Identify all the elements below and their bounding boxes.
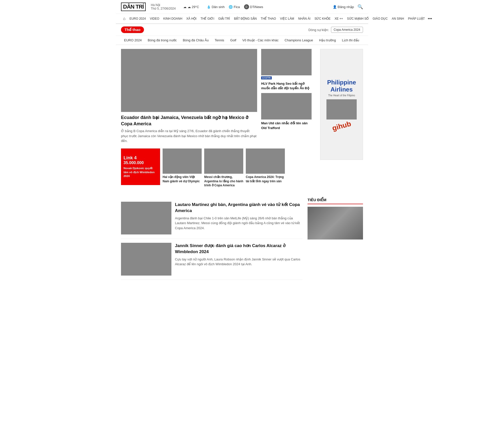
nav-an-sinh[interactable]: AN SINH bbox=[390, 14, 406, 23]
header-weather: ☁ ☁ 29°C bbox=[183, 5, 199, 9]
thumb-messi-title: Messi chấn thương, Argentina lo lắng cho… bbox=[204, 175, 243, 188]
cloud-icon: ☁ bbox=[183, 5, 187, 9]
section-badge: Thể thao bbox=[121, 26, 144, 33]
dtinews-icon: D bbox=[244, 4, 249, 9]
subnav-golf[interactable]: Golf bbox=[227, 36, 239, 45]
subnav-lich-thi-dau[interactable]: Lịch thi đấu bbox=[339, 36, 362, 45]
thumb-item-copa-trongtai[interactable]: Copa America 2024: Trọng tài bắt tỉnh ng… bbox=[246, 148, 285, 188]
subnav-bong-da-chau-au[interactable]: Bóng đá Châu Âu bbox=[180, 36, 212, 45]
featured-section: Ecuador đánh bại Jamaica, Venezuela bất … bbox=[121, 49, 363, 193]
nav-giai-tri[interactable]: GIẢI TRÍ bbox=[216, 14, 232, 23]
home-icon[interactable]: ⌂ bbox=[121, 14, 128, 23]
nav-viec-lam[interactable]: VIỆC LÀM bbox=[278, 14, 296, 23]
dan-sinh-link[interactable]: 💧 Dân sinh bbox=[207, 5, 225, 9]
featured-content: Ecuador đánh bại Jamaica, Venezuela bất … bbox=[121, 49, 316, 193]
featured-main-excerpt: Ở bảng B Copa America diễn ra tại Mỹ sán… bbox=[121, 129, 257, 143]
subnav-vo-thuat[interactable]: Võ thuật - Các môn khác bbox=[239, 36, 282, 45]
sub-nav: EURO 2024 Bóng đá trong nước Bóng đá Châ… bbox=[116, 36, 368, 45]
dantri-badge: DANTRI bbox=[261, 76, 272, 79]
side-article-2-title[interactable]: Man Utd cân nhắc đổi tên sân Old Traffor… bbox=[261, 121, 312, 130]
fica-icon: 🌐 bbox=[229, 5, 233, 9]
featured-main-article: Ecuador đánh bại Jamaica, Venezuela bất … bbox=[121, 49, 257, 143]
dan-sinh-label: Dân sinh bbox=[212, 5, 225, 9]
nav-suc-manh-so[interactable]: SỨC MẠNH SỐ bbox=[345, 14, 371, 23]
dong-su-kien-label: Dòng sự kiện: bbox=[309, 28, 329, 32]
header: DÂN TRÍ Hà Nội Thứ 5, 27/06/2024 ☁ ☁ 29°… bbox=[116, 0, 368, 14]
side-article-1-title[interactable]: HLV Park Hang Seo bất ngờ muốn dẫn dắt đ… bbox=[261, 81, 312, 91]
thumb-item-link4[interactable]: Link 4 35.000.000 Novak Djokovic quyết t… bbox=[121, 148, 160, 185]
article-sinner-excerpt: Cựu tay vợt nữ người Anh, Laura Robson n… bbox=[175, 257, 302, 267]
logo: DÂN TRÍ bbox=[121, 3, 146, 11]
top-nav: ⌂ EURO 2024 VIDEO KINH DOANH XÃ HỘI THẾ … bbox=[116, 14, 368, 24]
thumb-copa-image bbox=[246, 148, 285, 174]
ad-block: PhilippineAirlines The Heart of the Fili… bbox=[320, 49, 363, 193]
side-article-2: Man Utd cân nhắc đổi tên sân Old Traffor… bbox=[261, 93, 312, 130]
article-item-sinner: Jannik Sinner được đánh giá cao hơn Carl… bbox=[121, 239, 302, 280]
side-article-1: DANTRI HLV Park Hang Seo bất ngờ muốn dẫ… bbox=[261, 49, 312, 91]
article-sinner-title[interactable]: Jannik Sinner được đánh giá cao hơn Carl… bbox=[175, 243, 302, 255]
nav-giao-duc[interactable]: GIÁO DỤC bbox=[371, 14, 390, 23]
article-sinner-content: Jannik Sinner được đánh giá cao hơn Carl… bbox=[175, 243, 302, 276]
articles-column: Lautaro Martinez ghi bàn, Argentina giàn… bbox=[121, 198, 302, 285]
nav-video[interactable]: VIDEO bbox=[148, 14, 161, 23]
main-content: Ecuador đánh bại Jamaica, Venezuela bất … bbox=[116, 45, 368, 289]
article-sinner-image bbox=[121, 243, 171, 276]
thumb-link4-title: Novak Djokovic quyết tâm vô địch Wimbled… bbox=[124, 166, 158, 178]
tieu-diem-image bbox=[308, 207, 363, 240]
article-lautaro-content: Lautaro Martinez ghi bàn, Argentina giàn… bbox=[175, 202, 302, 234]
dtinews-link[interactable]: D DTiNews bbox=[244, 4, 263, 9]
thumb-link4-label: Link 4 bbox=[124, 155, 158, 161]
dong-su-kien-button[interactable]: Copa America 2024 bbox=[331, 27, 363, 33]
thumb-link4-price: 35.000.000 bbox=[124, 161, 158, 165]
person-icon: 👤 bbox=[333, 5, 337, 9]
sidebar: TIÊU ĐIỂM bbox=[308, 198, 363, 285]
nav-nhan-ai[interactable]: NHÂN ÁI bbox=[296, 14, 313, 23]
nav-xa-hoi[interactable]: XÃ HỘI bbox=[184, 14, 198, 23]
dan-sinh-icon: 💧 bbox=[207, 5, 211, 9]
nav-xe-pp[interactable]: XE ++ bbox=[332, 14, 345, 23]
nav-euro2024[interactable]: EURO 2024 bbox=[128, 14, 148, 23]
article-list-section: Lautaro Martinez ghi bàn, Argentina giàn… bbox=[121, 198, 363, 285]
nav-the-gioi[interactable]: THẾ GIỚI bbox=[198, 14, 216, 23]
header-links: 💧 Dân sinh 🌐 Fica D DTiNews bbox=[207, 4, 263, 9]
fica-label: Fica bbox=[234, 5, 240, 9]
subnav-champions-league[interactable]: Champions League bbox=[282, 36, 316, 45]
nav-more-icon[interactable]: ••• bbox=[427, 14, 433, 23]
nav-phap-luat[interactable]: PHÁP LUẬT bbox=[406, 14, 427, 23]
login-label: Đăng nhập bbox=[338, 5, 354, 9]
side-article-2-image bbox=[261, 93, 312, 120]
nav-the-thao[interactable]: THỂ THAO bbox=[259, 14, 278, 23]
side-article-1-image bbox=[261, 49, 312, 75]
nav-bat-dong-san[interactable]: BẤT ĐỘNG SẢN bbox=[232, 14, 259, 23]
article-lautaro-image bbox=[121, 202, 171, 234]
dtinews-label: DTiNews bbox=[250, 5, 263, 9]
nav-kinh-doanh[interactable]: KINH DOANH bbox=[161, 14, 184, 23]
subnav-bong-da-trong-nuoc[interactable]: Bóng đá trong nước bbox=[145, 36, 180, 45]
thumb-messi-image bbox=[204, 148, 243, 174]
subnav-hau-truong[interactable]: Hậu trường bbox=[316, 36, 339, 45]
thumb-item-vdv-olympic[interactable]: Hai vận động viên Việt Nam giành vé dự O… bbox=[163, 148, 202, 188]
thumb-row: Link 4 35.000.000 Novak Djokovic quyết t… bbox=[121, 148, 316, 188]
fica-link[interactable]: 🌐 Fica bbox=[229, 5, 240, 9]
featured-row: Ecuador đánh bại Jamaica, Venezuela bất … bbox=[121, 49, 316, 143]
article-item-lautaro: Lautaro Martinez ghi bàn, Argentina giàn… bbox=[121, 198, 302, 239]
search-button[interactable]: 🔍 bbox=[357, 4, 363, 10]
header-date-value: Thứ 5, 27/06/2024 bbox=[151, 7, 176, 10]
article-lautaro-title[interactable]: Lautaro Martinez ghi bàn, Argentina giàn… bbox=[175, 202, 302, 214]
article-list: Lautaro Martinez ghi bàn, Argentina giàn… bbox=[121, 198, 302, 280]
thumb-vdv-title: Hai vận động viên Việt Nam giành vé dự O… bbox=[163, 175, 202, 184]
thumb-vdv-image bbox=[163, 148, 202, 174]
header-city: Hà Nội bbox=[151, 3, 176, 7]
header-date: Hà Nội Thứ 5, 27/06/2024 bbox=[151, 3, 176, 10]
nav-suc-khoe[interactable]: SỨC KHỎE bbox=[312, 14, 332, 23]
featured-main-image bbox=[121, 49, 257, 112]
featured-side-articles: DANTRI HLV Park Hang Seo bất ngờ muốn dẫ… bbox=[261, 49, 312, 143]
featured-main-title[interactable]: Ecuador đánh bại Jamaica, Venezuela bất … bbox=[121, 114, 257, 127]
temperature: ☁ 29°C bbox=[188, 5, 199, 9]
thumb-item-messi[interactable]: Messi chấn thương, Argentina lo lắng cho… bbox=[204, 148, 243, 188]
subnav-tennis[interactable]: Tennis bbox=[212, 36, 227, 45]
subnav-euro2024[interactable]: EURO 2024 bbox=[121, 36, 145, 45]
dong-su-kien: Dòng sự kiện: Copa America 2024 bbox=[309, 27, 363, 33]
tieu-diem-title: TIÊU ĐIỂM bbox=[308, 198, 363, 204]
login-button[interactable]: 👤 Đăng nhập bbox=[333, 5, 354, 9]
